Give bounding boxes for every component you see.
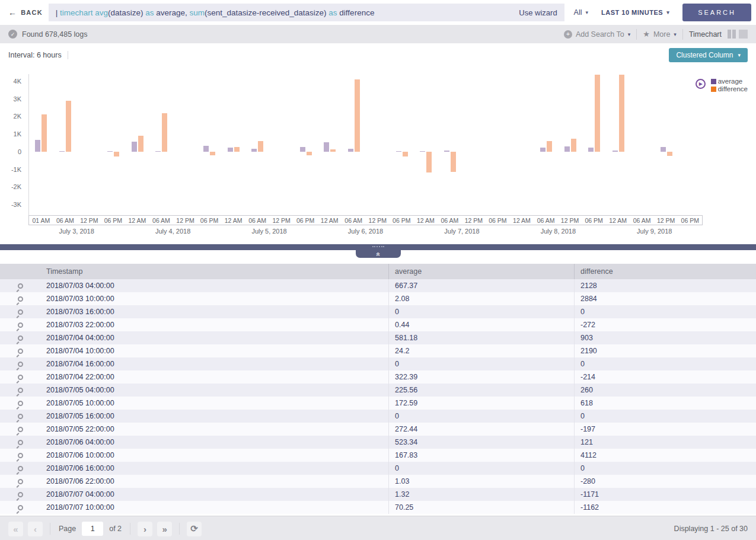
average-bar[interactable] — [203, 146, 209, 152]
search-query-input[interactable]: | timechart avg(datasize) as average, su… — [49, 4, 564, 21]
row-search-button[interactable] — [0, 362, 40, 367]
difference-bar[interactable] — [307, 152, 312, 155]
x-tick-label: 12 PM — [657, 217, 675, 224]
scope-dropdown[interactable]: All ▾ — [570, 8, 592, 17]
chart-type-dropdown[interactable]: Clustered Column ▾ — [669, 48, 748, 62]
row-search-button[interactable] — [0, 283, 40, 289]
found-logs-text: Found 678,485 logs — [22, 30, 88, 39]
play-button[interactable]: ▶ — [696, 79, 706, 89]
row-search-button[interactable] — [0, 427, 40, 432]
average-bar[interactable] — [35, 140, 40, 152]
refresh-button[interactable]: ⟳ — [187, 522, 202, 536]
difference-bar[interactable] — [330, 149, 336, 152]
difference-cell: -1171 — [574, 488, 756, 501]
next-page-button[interactable]: › — [138, 522, 152, 536]
page-input[interactable] — [82, 522, 103, 536]
x-date-label: July 7, 2018 — [444, 228, 479, 235]
average-bar[interactable] — [107, 151, 113, 152]
x-date-label: July 9, 2018 — [637, 228, 672, 235]
split-view-icon[interactable] — [728, 30, 736, 39]
scope-dropdown-value: All — [574, 8, 582, 17]
difference-bar[interactable] — [114, 152, 119, 156]
row-search-button[interactable] — [0, 309, 40, 315]
average-bar[interactable] — [155, 151, 161, 152]
back-button[interactable]: ← BACK — [8, 8, 43, 17]
average-bar[interactable] — [300, 147, 305, 152]
panel-divider[interactable]: » — [0, 244, 756, 250]
row-search-button[interactable] — [0, 401, 40, 406]
difference-bar[interactable] — [138, 136, 143, 152]
legend-item-difference[interactable]: difference — [711, 85, 748, 92]
difference-bar[interactable] — [66, 101, 71, 152]
difference-bar[interactable] — [234, 147, 240, 152]
average-bar[interactable] — [59, 151, 65, 152]
row-search-button[interactable] — [0, 375, 40, 380]
row-search-button[interactable] — [0, 479, 40, 484]
row-search-button[interactable] — [0, 453, 40, 458]
app-root: ← BACK | timechart avg(datasize) as aver… — [0, 0, 756, 540]
average-bar[interactable] — [420, 151, 425, 152]
x-tick-label: 06 AM — [344, 217, 362, 224]
difference-bar[interactable] — [42, 114, 47, 152]
difference-bar[interactable] — [571, 139, 576, 152]
difference-bar[interactable] — [403, 152, 408, 156]
difference-bar[interactable] — [451, 152, 456, 172]
average-bar[interactable] — [661, 147, 666, 151]
chevron-down-icon: ▾ — [738, 52, 741, 58]
y-tick-label: -2K — [11, 183, 21, 190]
more-button[interactable]: ★ More ▾ — [643, 30, 677, 39]
x-tick-label: 06 AM — [152, 217, 170, 224]
average-cell: 0 — [388, 357, 574, 370]
row-search-button[interactable] — [0, 492, 40, 497]
difference-bar[interactable] — [210, 152, 215, 155]
difference-bar[interactable] — [547, 141, 552, 152]
difference-bar[interactable] — [258, 141, 263, 152]
difference-bar[interactable] — [595, 75, 600, 151]
prev-page-button[interactable]: ‹ — [28, 522, 43, 536]
difference-bar[interactable] — [426, 152, 432, 172]
average-bar[interactable] — [444, 151, 449, 152]
legend-item-average[interactable]: average — [711, 78, 748, 85]
average-bar[interactable] — [348, 149, 353, 152]
row-search-button[interactable] — [0, 440, 40, 445]
average-bar[interactable] — [588, 148, 594, 152]
row-search-button[interactable] — [0, 388, 40, 393]
average-bar[interactable] — [324, 142, 329, 152]
difference-bar[interactable] — [667, 152, 672, 156]
first-page-button[interactable]: « — [8, 522, 23, 536]
row-search-button[interactable] — [0, 335, 40, 341]
average-bar[interactable] — [396, 151, 401, 152]
column-header-average[interactable]: average — [388, 264, 574, 279]
difference-bar[interactable] — [162, 113, 167, 152]
legend-label: average — [718, 78, 743, 85]
average-cell: 2.08 — [388, 292, 574, 305]
average-bar[interactable] — [613, 151, 618, 152]
row-search-button[interactable] — [0, 414, 40, 419]
full-view-icon[interactable] — [739, 30, 748, 39]
table-row: 2018/07/07 04:00:001.32-1171 — [0, 488, 756, 501]
time-range-dropdown[interactable]: LAST 10 MINUTES ▾ — [598, 9, 673, 16]
average-bar[interactable] — [564, 146, 570, 152]
use-wizard-link[interactable]: Use wizard — [519, 8, 557, 17]
column-header-timestamp[interactable]: Timestamp — [40, 267, 388, 276]
query-segment: timechart — [60, 8, 95, 17]
table-row: 2018/07/05 04:00:00225.56260 — [0, 384, 756, 397]
x-tick-label: 12 AM — [609, 217, 627, 224]
row-search-button[interactable] — [0, 322, 40, 328]
collapse-chart-button[interactable]: » — [356, 250, 401, 258]
row-search-button[interactable] — [0, 296, 40, 302]
difference-bar[interactable] — [355, 79, 360, 152]
row-search-button[interactable] — [0, 466, 40, 471]
average-bar[interactable] — [540, 148, 546, 152]
average-cell: 0 — [388, 305, 574, 318]
row-search-button[interactable] — [0, 349, 40, 354]
difference-bar[interactable] — [619, 75, 624, 151]
add-search-to-button[interactable]: + Add Search To ▾ — [564, 30, 630, 39]
search-button[interactable]: SEARCH — [682, 4, 751, 21]
average-bar[interactable] — [132, 142, 137, 152]
average-bar[interactable] — [228, 148, 233, 152]
column-header-difference[interactable]: difference — [574, 264, 756, 279]
average-bar[interactable] — [251, 149, 257, 152]
row-search-button[interactable] — [0, 505, 40, 510]
last-page-button[interactable]: » — [157, 522, 172, 536]
